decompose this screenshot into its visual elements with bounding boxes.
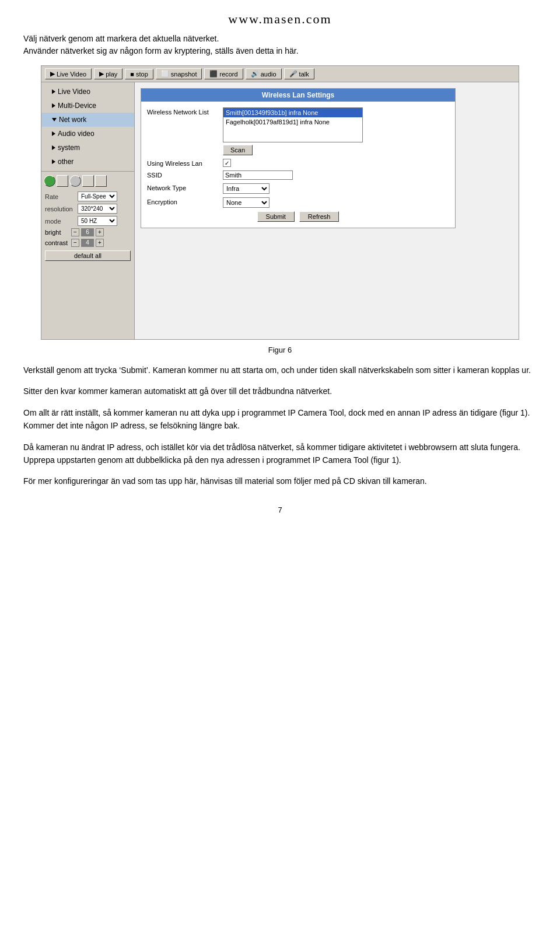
- sidebar-item-system[interactable]: system: [41, 141, 134, 155]
- camera-ui: ▶ Live Video ▶ play ■ stop ⬜ snapshot ⬛ …: [41, 65, 519, 340]
- arrow-right-icon: [52, 89, 55, 94]
- wlan-network-type-select[interactable]: Infra: [223, 183, 270, 194]
- wlan-network-list-value: Smith[001349f93b1b] infra None Fagelholk…: [223, 107, 449, 155]
- toolbar: ▶ Live Video ▶ play ■ stop ⬜ snapshot ⬛ …: [41, 66, 519, 82]
- wlan-network-type-value: Infra: [223, 183, 449, 194]
- bright-value: 6: [81, 228, 94, 236]
- sidebar-network-label: Net work: [59, 116, 86, 124]
- sidebar-audio-video-label: Audio video: [58, 130, 94, 138]
- sidebar-item-multi-device[interactable]: Multi-Device: [41, 99, 134, 113]
- resolution-row: resolution 320*240: [41, 203, 134, 215]
- wlan-checkbox-value: ✓: [225, 160, 229, 166]
- stop-button[interactable]: ■ stop: [125, 69, 153, 79]
- network-list-item-1[interactable]: Smith[001349f93b1b] infra None: [223, 108, 362, 117]
- contrast-plus-btn[interactable]: +: [96, 239, 104, 247]
- record-button[interactable]: ⬛ record: [204, 68, 243, 79]
- talk-button[interactable]: 🎤 talk: [284, 68, 314, 79]
- live-video-button[interactable]: ▶ Live Video: [45, 68, 92, 79]
- network-list-box[interactable]: Smith[001349f93b1b] infra None Fagelholk…: [223, 107, 363, 142]
- content-area: Wireless Lan Settings Wireless Network L…: [135, 82, 519, 339]
- stream-controls: [41, 171, 134, 190]
- paragraph-3-text: Om allt är rätt inställt, så kommer kame…: [23, 408, 530, 430]
- intro-line2: Använder nätverket sig av någon form av …: [23, 46, 299, 55]
- paragraph-5: För mer konfigureringar än vad som tas u…: [23, 475, 537, 487]
- resolution-select[interactable]: 320*240: [78, 204, 117, 214]
- paragraph-3: Om allt är rätt inställt, så kommer kame…: [23, 406, 537, 433]
- paragraph-5-text: För mer konfigureringar än vad som tas u…: [23, 476, 427, 486]
- bright-row: bright − 6 +: [41, 227, 134, 238]
- stream-grid6-btn[interactable]: [95, 175, 107, 187]
- scan-button[interactable]: Scan: [223, 145, 253, 155]
- default-all-button[interactable]: default all: [45, 250, 131, 261]
- contrast-label: contrast: [45, 239, 69, 246]
- snapshot-button[interactable]: ⬜ snapshot: [156, 68, 202, 79]
- bright-plus-btn[interactable]: +: [96, 228, 104, 236]
- paragraph-1: Verkställ genom att trycka ‘Submit’. Kam…: [23, 364, 537, 377]
- wlan-using-checkbox[interactable]: ✓: [223, 159, 231, 167]
- wlan-title: Wireless Lan Settings: [141, 89, 455, 102]
- paragraph-2-text: Sitter den kvar kommer kameran automatis…: [23, 386, 332, 396]
- play-label: play: [106, 71, 117, 78]
- stream-circle-btn-1[interactable]: [44, 175, 55, 187]
- wlan-encryption-label: Encryption: [147, 197, 223, 205]
- contrast-row: contrast − 4 +: [41, 238, 134, 248]
- figure-caption: Figur 6: [23, 346, 537, 354]
- sidebar-item-network[interactable]: Net work: [41, 113, 134, 127]
- audio-button[interactable]: 🔊 audio: [246, 68, 282, 79]
- wlan-using-row: Using Wireless Lan ✓: [147, 159, 449, 167]
- paragraph-4: Då kameran nu ändrat IP adress, och istä…: [23, 441, 537, 467]
- arrow-right-icon: [52, 145, 55, 150]
- bright-minus-btn[interactable]: −: [71, 228, 79, 236]
- paragraph-1-text: Verkställ genom att trycka ‘Submit’. Kam…: [23, 365, 531, 375]
- mode-row: mode 50 HZ: [41, 215, 134, 227]
- play-button[interactable]: ▶ play: [94, 68, 123, 79]
- sidebar-item-other[interactable]: other: [41, 155, 134, 169]
- wlan-encryption-row: Encryption None: [147, 197, 449, 208]
- wlan-using-value: ✓: [223, 159, 449, 167]
- stream-circle-btn-2[interactable]: [69, 175, 81, 187]
- arrow-right-icon: [52, 103, 55, 108]
- network-list-item-2[interactable]: Fagelholk[00179af819d1] infra None: [223, 117, 362, 127]
- wlan-panel: Wireless Lan Settings Wireless Network L…: [141, 88, 456, 228]
- snapshot-label: snapshot: [171, 71, 197, 78]
- mode-label: mode: [45, 218, 75, 225]
- record-label: record: [219, 71, 237, 78]
- arrow-right-icon: [52, 159, 55, 164]
- sidebar-item-audio-video[interactable]: Audio video: [41, 127, 134, 141]
- wlan-ssid-value: [223, 170, 449, 180]
- audio-label: audio: [261, 71, 276, 78]
- sidebar-system-label: system: [58, 144, 80, 152]
- rate-row: Rate Full-Spee: [41, 190, 134, 203]
- mode-select[interactable]: 50 HZ: [78, 216, 117, 226]
- paragraph-4-text: Då kameran nu ändrat IP adress, och istä…: [23, 442, 520, 465]
- wlan-encryption-select[interactable]: None: [223, 197, 270, 208]
- wlan-network-type-label: Network Type: [147, 183, 223, 191]
- arrow-right-icon: [52, 131, 55, 136]
- wlan-submit-button[interactable]: Submit: [257, 211, 295, 222]
- play-btn-icon: ▶: [99, 70, 104, 78]
- talk-label: talk: [299, 71, 309, 78]
- stop-icon: ■: [130, 71, 134, 78]
- wlan-ssid-label: SSID: [147, 170, 223, 179]
- page-number: 7: [23, 506, 537, 514]
- paragraph-2: Sitter den kvar kommer kameran automatis…: [23, 385, 537, 398]
- main-layout: Live Video Multi-Device Net work Audio v…: [41, 82, 519, 339]
- wlan-action-buttons: Submit Refresh: [147, 211, 449, 222]
- wlan-refresh-button[interactable]: Refresh: [299, 211, 340, 222]
- live-video-label: Live Video: [57, 71, 86, 78]
- bright-label: bright: [45, 229, 69, 236]
- audio-icon: 🔊: [251, 70, 259, 78]
- rate-select[interactable]: Full-Spee: [78, 191, 117, 201]
- contrast-minus-btn[interactable]: −: [71, 239, 79, 247]
- talk-icon: 🎤: [289, 70, 298, 78]
- intro-text: Välj nätverk genom att markera det aktue…: [23, 33, 537, 57]
- stream-grid-btn[interactable]: [82, 175, 94, 187]
- wlan-encryption-value: None: [223, 197, 449, 208]
- contrast-value: 4: [81, 239, 94, 247]
- snapshot-icon: ⬜: [161, 70, 169, 78]
- wlan-ssid-row: SSID: [147, 170, 449, 180]
- wlan-body: Wireless Network List Smith[001349f93b1b…: [141, 102, 455, 228]
- sidebar-item-live-video[interactable]: Live Video: [41, 85, 134, 99]
- wlan-ssid-input[interactable]: [223, 170, 293, 180]
- stream-square-btn-1[interactable]: [57, 175, 68, 187]
